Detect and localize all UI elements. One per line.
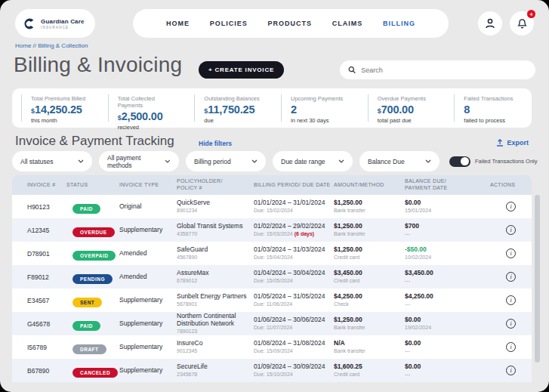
nav-item-policies[interactable]: POLICIES	[210, 20, 248, 27]
table-header-row: INVOICE #STATUSINVOICE TYPEPOLICYHOLDER/…	[12, 175, 532, 195]
filter-balance-due[interactable]: Balance Due	[359, 151, 440, 171]
chevron-down-icon	[338, 159, 344, 163]
balance-cell: $0.0015/01/2024	[405, 199, 490, 214]
billing-period: 01/01/2024 – 31/01/2024	[254, 199, 329, 207]
actions-cell: i	[490, 295, 532, 305]
row-info-button[interactable]: i	[506, 202, 516, 211]
billing-period-cell: 01/03/2024 – 31/03/2024Due: 15/04/2024	[254, 246, 334, 261]
stats-summary-card: Total Premiums Billed $14,250.25 this mo…	[12, 88, 532, 128]
brand-logo[interactable]: Guardian Care INSURANCE	[15, 9, 95, 38]
column-header: AMOUNT/METHOD	[334, 182, 405, 189]
table-row: F89012PENDINGAmendedAssureMax678901201/0…	[12, 265, 532, 289]
policy-number: 5678901	[177, 301, 249, 307]
invoice-type: Original	[119, 203, 172, 211]
payment-date: ---	[405, 372, 486, 378]
toggle-label: Failed Transactions Only	[475, 158, 538, 165]
invoice-type-cell: Supplementary	[119, 320, 177, 328]
actions-cell: i	[490, 248, 532, 258]
status-badge: DRAFT	[72, 344, 106, 354]
breadcrumb[interactable]: Home // Billing & Collection	[15, 42, 88, 49]
search-input[interactable]	[361, 66, 527, 74]
row-info-button[interactable]: i	[506, 295, 516, 305]
balance-value: $3,450.00	[405, 270, 486, 277]
column-header: BILLING PERIOD/ DUE DATE	[254, 182, 334, 189]
payment-method: Bank transfer	[334, 348, 400, 354]
nav-item-home[interactable]: HOME	[166, 20, 190, 27]
filter-payment-methods[interactable]: All payment methods	[99, 151, 179, 171]
filter-statuses[interactable]: All statuses	[12, 151, 92, 171]
row-info-button[interactable]: i	[506, 319, 516, 329]
payment-date: 15/01/2024	[405, 208, 486, 214]
balance-value: $4,250.00	[405, 293, 486, 301]
policy-number: 9012345	[177, 348, 249, 354]
policyholder-name: Global Transit Systems	[177, 223, 249, 230]
billing-period: 01/03/2024 – 31/03/2024	[254, 246, 329, 254]
column-header: STATUS	[66, 182, 119, 189]
hide-filters-link[interactable]: Hide filters	[199, 140, 232, 147]
guardian-care-logo-icon	[23, 17, 35, 30]
balance-cell: $0.00---	[405, 363, 490, 378]
payment-date: ---	[405, 278, 486, 284]
filter-label: Balance Due	[368, 158, 405, 165]
policyholder-name: AssureMax	[177, 270, 249, 277]
row-info-button[interactable]: i	[506, 366, 516, 375]
filter-label: All payment methods	[107, 154, 165, 169]
invoice-type: Supplementary	[119, 320, 172, 328]
balance-value: $700	[405, 223, 486, 230]
policy-number: 6789012	[177, 278, 249, 284]
table-row: G45678PAIDSupplementaryNorthern Continen…	[12, 312, 532, 335]
payment-date: ---	[405, 231, 486, 237]
vertical-scrollbar[interactable]	[535, 195, 540, 363]
notifications-button[interactable]: 4	[510, 11, 534, 35]
policyholder-name: InsureCo	[177, 340, 249, 347]
nav-item-products[interactable]: PRODUCTS	[267, 20, 312, 27]
amount-value: $1,250.00	[334, 199, 400, 207]
actions-cell: i	[490, 366, 532, 375]
payment-date: 19/02/2024	[405, 325, 486, 331]
create-invoice-button[interactable]: + CREATE INVOICE	[199, 61, 284, 79]
stat-outstanding-balances: Outstanding Balances $11,750.25 due	[194, 94, 272, 122]
actions-cell: i	[490, 202, 532, 211]
stat-label: Overdue Payments	[378, 95, 441, 102]
nav-item-claims[interactable]: CLAIMS	[332, 20, 363, 27]
search-bar[interactable]	[340, 60, 535, 79]
user-profile-button[interactable]	[478, 11, 502, 35]
actions-cell: i	[490, 319, 532, 329]
policy-number: 8901234	[177, 208, 249, 214]
billing-period-cell: 01/04/2024 – 30/04/2024Due: 15/05/2024	[254, 270, 334, 284]
due-date: Due: 15/10/2024	[254, 372, 329, 378]
status-cell: OVERDUE	[66, 224, 119, 237]
invoice-type-cell: Supplementary	[119, 367, 177, 375]
filter-billing-period[interactable]: Billing period	[186, 151, 266, 171]
nav-item-billing[interactable]: BILLING	[383, 20, 415, 27]
stat-upcoming-payments: Upcoming Payments 2 in next 30 days	[281, 94, 359, 122]
due-date: Due: 11/07/2024	[254, 325, 329, 331]
amount-value: $1,250.00	[334, 246, 400, 254]
billing-period: 01/06/2024 – 30/06/2024	[254, 316, 329, 324]
row-info-button[interactable]: i	[506, 225, 516, 235]
row-info-button[interactable]: i	[506, 342, 516, 352]
chevron-down-icon	[165, 159, 171, 163]
status-cell: PENDING	[66, 270, 119, 284]
failed-transactions-toggle[interactable]	[449, 156, 470, 167]
amount-cell: $1,250.00Bank transfer	[334, 316, 405, 331]
invoice-type-cell: Amended	[119, 273, 177, 281]
due-date: Due: 15/03/2024 (6 days)	[254, 231, 329, 237]
stat-value: 700.00	[381, 103, 414, 116]
row-info-button[interactable]: i	[506, 272, 516, 282]
row-info-button[interactable]: i	[506, 248, 516, 258]
column-header: INVOICE #	[12, 182, 66, 189]
stat-sublabel: failed to process	[464, 117, 527, 124]
amount-value: $1,600.25	[334, 363, 400, 371]
billing-period-cell: 01/05/2024 – 31/05/2024Due: 11/06/2024	[254, 293, 334, 307]
amount-value: $1,250.00	[334, 223, 400, 230]
invoice-type: Supplementary	[119, 344, 172, 351]
export-button[interactable]: Export	[496, 139, 529, 147]
filter-due-date-range[interactable]: Due date range	[273, 151, 353, 171]
policyholder-cell: SecureLife2345678	[177, 363, 254, 378]
table-row: E34567SENTSupplementarySunbelt Energy Pa…	[12, 289, 532, 312]
due-date: Due: 15/09/2024	[254, 348, 329, 354]
policy-number: 2345678	[177, 372, 249, 378]
policyholder-cell: SafeGuard4567890	[177, 246, 254, 261]
status-cell: SENT	[66, 294, 119, 307]
